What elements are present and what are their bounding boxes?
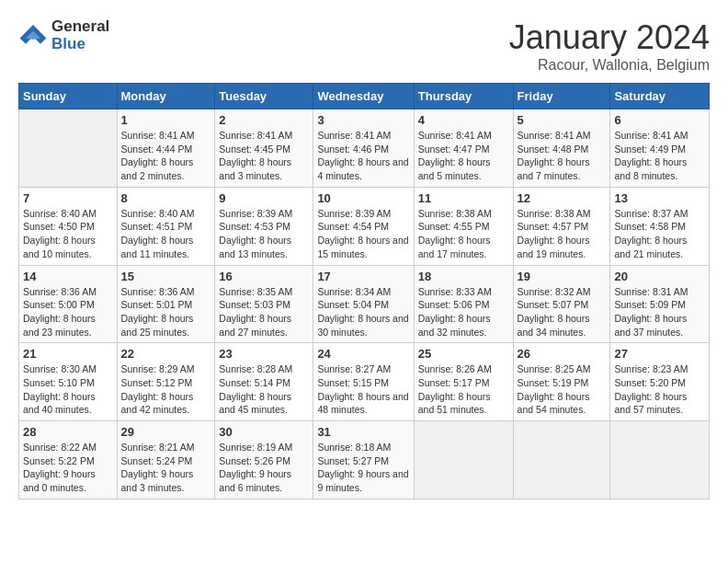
day-number: 29 [121,425,211,439]
day-info: Sunrise: 8:30 AMSunset: 5:10 PMDaylight:… [23,362,113,417]
day-info: Sunrise: 8:41 AMSunset: 4:49 PMDaylight:… [614,129,705,183]
day-info: Sunrise: 8:41 AMSunset: 4:46 PMDaylight:… [317,129,409,183]
day-info: Sunrise: 8:35 AMSunset: 5:03 PMDaylight:… [219,285,309,339]
calendar-cell: 1Sunrise: 8:41 AMSunset: 4:44 PMDaylight… [117,109,215,188]
day-number: 28 [23,425,113,439]
day-number: 14 [23,270,113,283]
day-number: 31 [317,425,409,439]
day-number: 22 [121,347,211,361]
day-number: 18 [418,270,509,283]
month-title: January 2024 [509,18,710,57]
calendar-cell: 11Sunrise: 8:38 AMSunset: 4:55 PMDayligh… [414,187,513,265]
calendar-cell: 28Sunrise: 8:22 AMSunset: 5:22 PMDayligh… [19,421,118,500]
day-info: Sunrise: 8:39 AMSunset: 4:54 PMDaylight:… [317,207,409,261]
day-number: 11 [418,191,509,205]
calendar-header-row: SundayMondayTuesdayWednesdayThursdayFrid… [19,84,710,109]
day-number: 7 [23,191,113,205]
calendar-cell [19,109,118,188]
calendar-cell: 12Sunrise: 8:38 AMSunset: 4:57 PMDayligh… [513,187,610,265]
calendar-cell: 22Sunrise: 8:29 AMSunset: 5:12 PMDayligh… [117,343,215,421]
day-number: 21 [23,347,113,361]
calendar-cell: 4Sunrise: 8:41 AMSunset: 4:47 PMDaylight… [414,109,513,188]
header-tuesday: Tuesday [215,84,313,109]
calendar-cell: 30Sunrise: 8:19 AMSunset: 5:26 PMDayligh… [215,421,313,500]
calendar-cell: 7Sunrise: 8:40 AMSunset: 4:50 PMDaylight… [19,187,118,265]
calendar-cell: 21Sunrise: 8:30 AMSunset: 5:10 PMDayligh… [19,343,118,421]
header-friday: Friday [513,84,610,109]
calendar-cell: 8Sunrise: 8:40 AMSunset: 4:51 PMDaylight… [117,187,215,265]
calendar-cell: 3Sunrise: 8:41 AMSunset: 4:46 PMDaylight… [313,109,414,188]
day-info: Sunrise: 8:25 AMSunset: 5:19 PMDaylight:… [518,362,607,417]
day-info: Sunrise: 8:19 AMSunset: 5:26 PMDaylight:… [219,441,309,495]
day-info: Sunrise: 8:32 AMSunset: 5:07 PMDaylight:… [518,285,607,339]
day-number: 5 [518,113,607,127]
calendar-cell [414,421,513,500]
day-info: Sunrise: 8:27 AMSunset: 5:15 PMDaylight:… [317,362,409,417]
calendar-week-1: 1Sunrise: 8:41 AMSunset: 4:44 PMDaylight… [19,109,710,188]
calendar-cell: 9Sunrise: 8:39 AMSunset: 4:53 PMDaylight… [215,187,313,265]
day-info: Sunrise: 8:38 AMSunset: 4:55 PMDaylight:… [418,207,509,261]
day-info: Sunrise: 8:41 AMSunset: 4:45 PMDaylight:… [219,129,309,183]
day-info: Sunrise: 8:33 AMSunset: 5:06 PMDaylight:… [418,285,509,339]
day-number: 25 [418,347,509,361]
day-number: 13 [614,191,705,205]
day-info: Sunrise: 8:28 AMSunset: 5:14 PMDaylight:… [219,362,309,417]
calendar-cell: 13Sunrise: 8:37 AMSunset: 4:58 PMDayligh… [610,187,710,265]
calendar-cell [513,421,610,500]
calendar-cell: 18Sunrise: 8:33 AMSunset: 5:06 PMDayligh… [414,265,513,343]
day-number: 23 [219,347,309,361]
day-number: 3 [317,113,409,127]
day-info: Sunrise: 8:40 AMSunset: 4:51 PMDaylight:… [121,207,211,261]
day-info: Sunrise: 8:23 AMSunset: 5:20 PMDaylight:… [614,362,705,417]
page-header: General Blue January 2024 Racour, Wallon… [18,18,710,74]
title-block: January 2024 Racour, Wallonia, Belgium [509,18,710,74]
day-info: Sunrise: 8:26 AMSunset: 5:17 PMDaylight:… [418,362,509,417]
day-info: Sunrise: 8:41 AMSunset: 4:47 PMDaylight:… [418,129,509,183]
day-number: 24 [317,347,409,361]
day-number: 20 [614,270,705,283]
calendar-cell: 5Sunrise: 8:41 AMSunset: 4:48 PMDaylight… [513,109,610,188]
logo: General Blue [18,18,109,52]
logo-blue: Blue [51,35,85,52]
day-number: 9 [219,191,309,205]
day-number: 30 [219,425,309,439]
day-number: 6 [614,113,705,127]
calendar-cell: 14Sunrise: 8:36 AMSunset: 5:00 PMDayligh… [19,265,118,343]
day-number: 2 [219,113,309,127]
header-saturday: Saturday [610,84,710,109]
day-number: 17 [317,270,409,283]
calendar-cell: 6Sunrise: 8:41 AMSunset: 4:49 PMDaylight… [610,109,710,188]
day-info: Sunrise: 8:39 AMSunset: 4:53 PMDaylight:… [219,207,309,261]
day-info: Sunrise: 8:36 AMSunset: 5:01 PMDaylight:… [121,285,211,339]
day-number: 26 [518,347,607,361]
header-sunday: Sunday [19,84,118,109]
calendar-week-5: 28Sunrise: 8:22 AMSunset: 5:22 PMDayligh… [19,421,710,500]
location-subtitle: Racour, Wallonia, Belgium [509,57,710,74]
calendar-cell: 23Sunrise: 8:28 AMSunset: 5:14 PMDayligh… [215,343,313,421]
day-number: 15 [121,270,211,283]
day-info: Sunrise: 8:21 AMSunset: 5:24 PMDaylight:… [121,441,211,495]
day-info: Sunrise: 8:18 AMSunset: 5:27 PMDaylight:… [317,441,409,495]
day-info: Sunrise: 8:41 AMSunset: 4:48 PMDaylight:… [518,129,607,183]
day-info: Sunrise: 8:38 AMSunset: 4:57 PMDaylight:… [518,207,607,261]
header-monday: Monday [117,84,215,109]
calendar-cell: 27Sunrise: 8:23 AMSunset: 5:20 PMDayligh… [610,343,710,421]
calendar-cell: 29Sunrise: 8:21 AMSunset: 5:24 PMDayligh… [117,421,215,500]
logo-icon [18,23,48,49]
day-number: 19 [518,270,607,283]
header-thursday: Thursday [414,84,513,109]
day-number: 8 [121,191,211,205]
calendar-cell: 31Sunrise: 8:18 AMSunset: 5:27 PMDayligh… [313,421,414,500]
calendar-cell: 15Sunrise: 8:36 AMSunset: 5:01 PMDayligh… [117,265,215,343]
calendar-cell [610,421,710,500]
calendar-cell: 17Sunrise: 8:34 AMSunset: 5:04 PMDayligh… [313,265,414,343]
calendar-cell: 2Sunrise: 8:41 AMSunset: 4:45 PMDaylight… [215,109,313,188]
day-info: Sunrise: 8:36 AMSunset: 5:00 PMDaylight:… [23,285,113,339]
day-info: Sunrise: 8:29 AMSunset: 5:12 PMDaylight:… [121,362,211,417]
day-info: Sunrise: 8:40 AMSunset: 4:50 PMDaylight:… [23,207,113,261]
day-number: 27 [614,347,705,361]
day-number: 12 [518,191,607,205]
calendar-cell: 26Sunrise: 8:25 AMSunset: 5:19 PMDayligh… [513,343,610,421]
day-number: 16 [219,270,309,283]
calendar-cell: 19Sunrise: 8:32 AMSunset: 5:07 PMDayligh… [513,265,610,343]
